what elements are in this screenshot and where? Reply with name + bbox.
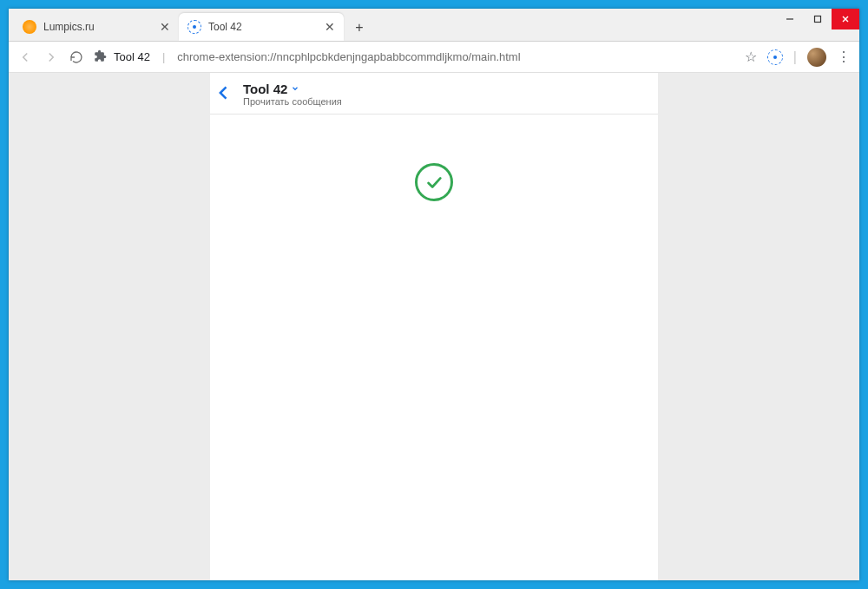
browser-window: Lumpics.ru ✕ Tool 42 ✕ + [9, 9, 859, 580]
address-bar: Tool 42 | chrome-extension://nncphlpcbkd… [9, 42, 859, 73]
titlebar: Lumpics.ru ✕ Tool 42 ✕ + [9, 9, 859, 42]
close-window-button[interactable] [832, 9, 859, 29]
svg-rect-1 [815, 16, 821, 23]
favicon-tool42 [187, 20, 201, 34]
tab-tool42[interactable]: Tool 42 ✕ [179, 13, 344, 41]
extension-toolbar-icon[interactable] [767, 49, 783, 65]
tab-label: Lumpics.ru [43, 21, 153, 33]
profile-avatar[interactable] [807, 48, 826, 67]
url-text: chrome-extension://nncphlpcbkdenjngapbab… [177, 50, 520, 63]
viewport: Tool 42 Прочитать сообщения [9, 73, 859, 580]
page-title-dropdown[interactable]: Tool 42 [243, 82, 342, 96]
close-tab-icon[interactable]: ✕ [160, 21, 170, 33]
extension-icon [94, 49, 107, 65]
new-tab-button[interactable]: + [347, 20, 372, 36]
omnibox[interactable]: Tool 42 | chrome-extension://nncphlpcbkd… [94, 45, 734, 69]
page-body [210, 115, 658, 580]
favicon-lumpics [23, 20, 36, 34]
bookmark-star-icon[interactable]: ☆ [745, 49, 757, 65]
nav-back-button[interactable] [17, 49, 33, 65]
tab-label: Tool 42 [208, 21, 318, 33]
reload-button[interactable] [69, 50, 83, 64]
window-controls [776, 9, 859, 29]
url-site-label: Tool 42 [114, 50, 150, 63]
success-check-icon [415, 163, 453, 201]
maximize-button[interactable] [804, 9, 832, 29]
chevron-down-icon [291, 83, 299, 95]
close-tab-icon[interactable]: ✕ [325, 21, 335, 33]
page-subtitle: Прочитать сообщения [243, 96, 342, 107]
nav-forward-button[interactable] [43, 49, 59, 65]
minimize-button[interactable] [776, 9, 804, 29]
tab-strip: Lumpics.ru ✕ Tool 42 ✕ + [9, 9, 859, 41]
page-header: Tool 42 Прочитать сообщения [210, 73, 658, 115]
tab-lumpics[interactable]: Lumpics.ru ✕ [14, 13, 179, 41]
extension-page: Tool 42 Прочитать сообщения [210, 73, 658, 580]
back-chevron-icon[interactable] [215, 84, 233, 105]
page-title: Tool 42 [243, 82, 287, 96]
url-separator: | [157, 50, 170, 63]
header-text: Tool 42 Прочитать сообщения [243, 82, 342, 107]
browser-menu-button[interactable]: ⋮ [837, 49, 851, 65]
